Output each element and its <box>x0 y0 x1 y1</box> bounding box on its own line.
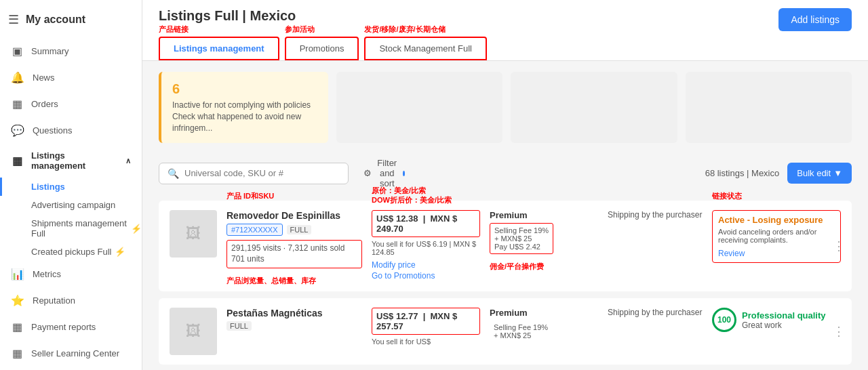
tab-wrapper-listings: 产品链接 Listings management <box>159 37 282 60</box>
sidebar-title: My account <box>26 14 85 26</box>
hamburger-icon[interactable]: ☰ <box>8 12 19 27</box>
listing-badge-2: FULL <box>226 321 252 331</box>
search-icon: 🔍 <box>167 168 179 179</box>
selling-fee-2: Selling Fee 19% <box>494 323 548 331</box>
info-card-4 <box>686 72 852 143</box>
sidebar-item-summary[interactable]: ▣ Summary <box>0 38 142 64</box>
lightning-icon-pickups: ⚡ <box>115 247 125 257</box>
page-title: Listings Full | Mexico <box>159 8 296 24</box>
bulk-edit-chevron: ▼ <box>833 168 842 178</box>
status-review-link-1[interactable]: Review <box>718 249 745 258</box>
warning-subtext: Check what happened to avoid new infring… <box>172 111 317 134</box>
status-label-2: Professional quality <box>742 310 826 321</box>
sidebar-item-orders[interactable]: ▦ Orders <box>0 91 142 117</box>
listing-badge-1: FULL <box>287 225 312 234</box>
sidebar-sub-advertising[interactable]: Advertising campaign <box>0 196 142 214</box>
search-filter-bar: 🔍 ⚙ Filter and sort 68 listings | Mexico… <box>159 154 852 192</box>
listing-info-1: 产品 ID和SKU Removedor De Espinillas #712XX… <box>226 210 362 268</box>
questions-icon: 💬 <box>11 124 24 137</box>
shipping-text-1: Shipping by the purchaser <box>608 210 703 220</box>
listing-image-1: 🖼 <box>170 210 217 258</box>
search-box[interactable]: 🔍 <box>159 163 349 184</box>
listing-visits-1: 291,195 visits · 7,312 units sold <box>231 243 357 253</box>
top-header: Listings Full | Mexico Add listings 产品链接… <box>142 0 868 61</box>
orders-icon: ▦ <box>11 98 23 110</box>
sidebar-sub-shipments[interactable]: Shipments management Full ⚡ <box>0 214 142 243</box>
sidebar-label-summary: Summary <box>31 46 69 56</box>
tab-listings-management[interactable]: Listings management <box>159 37 279 60</box>
sidebar-label-learning: Seller Learning Center <box>31 348 119 358</box>
listing-status-1: 链接状态 Active - Losing exposure Avoid canc… <box>712 210 841 263</box>
plus-mxn-2: + MXN$ 25 <box>494 331 548 340</box>
tab-wrapper-promotions: 参加活动 Promotions <box>285 37 362 60</box>
sidebar-item-questions[interactable]: 💬 Questions <box>0 117 142 144</box>
filter-icon: ⚙ <box>363 168 372 178</box>
pay-us-1: Pay U$S 2.42 <box>494 243 549 251</box>
sidebar-sub-listings[interactable]: Listings <box>0 178 142 196</box>
tab-annotation-2: 参加活动 <box>285 24 315 35</box>
premium-detail-2: Selling Fee 19% + MXN$ 25 <box>490 321 552 342</box>
sidebar-item-metrics[interactable]: 📊 Metrics <box>0 261 142 287</box>
price-you-sell-1: You sell it for US$ 6.19 | MXN $ 124.85 <box>372 240 480 256</box>
tab-promotions[interactable]: Promotions <box>285 37 359 60</box>
annotation-price-dow: DOW折后价：美金/比索 <box>372 195 452 205</box>
annotation-status: 链接状态 <box>712 191 742 201</box>
add-listings-button[interactable]: Add listings <box>778 8 852 31</box>
tabs-area: 产品链接 Listings management 参加活动 Promotions… <box>159 37 852 60</box>
sidebar-item-listings-mgmt[interactable]: ▦ Listings management ∧ <box>0 144 142 178</box>
listing-info-2: Pestañas Magnéticas FULL <box>226 308 362 335</box>
price-usd-1: US$ 12.38 <box>376 213 418 224</box>
annotation-price-original: 原价：美金/比索 <box>372 186 426 196</box>
sidebar-sub-pickups[interactable]: Created pickups Full ⚡ <box>0 243 142 261</box>
tab-stock-management[interactable]: Stock Management Full <box>364 37 487 60</box>
listing-stats-1: 291,195 visits · 7,312 units sold 701 un… <box>226 240 362 268</box>
sidebar-label-payment: Payment reports <box>31 322 96 332</box>
main-content: Listings Full | Mexico Add listings 产品链接… <box>142 0 868 370</box>
status-hint-1: Avoid canceling orders and/or receiving … <box>718 228 835 244</box>
premium-title-1: Premium <box>490 210 598 220</box>
learning-icon: ▦ <box>11 347 23 360</box>
modify-price-link-1[interactable]: Modify price <box>372 260 480 270</box>
listing-card-1: 🖼 产品 ID和SKU Removedor De Espinillas #712… <box>159 201 852 291</box>
payment-icon: ▦ <box>11 321 23 333</box>
listing-title-1: Removedor De Espinillas <box>226 210 362 221</box>
listing-premium-2: Premium Selling Fee 19% + MXN$ 25 <box>490 308 598 342</box>
listing-price-2: US$ 12.77 | MXN $ 257.57 You sell it for… <box>372 308 480 350</box>
listing-id-1: #712XXXXXX <box>226 224 283 236</box>
listing-shipping-1: Shipping by the purchaser <box>608 210 703 220</box>
sidebar-label-orders: Orders <box>31 99 58 109</box>
annotation-product-id: 产品 ID和SKU <box>226 191 274 201</box>
listing-price-1: 原价：美金/比索 DOW折后价：美金/比索 US$ 12.38 | MXN $ … <box>372 210 480 282</box>
metrics-icon: 📊 <box>11 268 24 281</box>
listing-id-row-1: #712XXXXXX FULL <box>226 224 362 236</box>
content-area: 6 Inactive for not complying with polici… <box>142 61 868 370</box>
more-options-2[interactable]: ⋮ <box>833 324 845 339</box>
sidebar-item-reputation[interactable]: ⭐ Reputation <box>0 287 142 314</box>
listing-units-1: 701 units <box>231 254 357 264</box>
info-card-2 <box>336 72 503 143</box>
reputation-icon: ⭐ <box>11 294 24 307</box>
tab-annotation-3: 发货/移除/废弃/长期仓储 <box>364 24 445 35</box>
listing-shipping-2: Shipping by the purchaser <box>608 308 703 317</box>
plus-mxn-1: + MXN$ 25 <box>494 234 549 243</box>
sidebar-label-news: News <box>33 73 55 83</box>
listing-premium-1: Premium Selling Fee 19% + MXN$ 25 Pay U$… <box>490 210 598 254</box>
sidebar-label-reputation: Reputation <box>33 295 75 306</box>
price-main-2: US$ 12.77 | MXN $ 257.57 <box>372 308 480 335</box>
lightning-icon-shipments: ⚡ <box>131 224 142 234</box>
annotation-stats: 产品浏览量、总销量、库存 <box>226 276 316 286</box>
sidebar-label-metrics: Metrics <box>33 269 61 279</box>
filter-label: Filter and sort <box>376 158 399 188</box>
sidebar-item-learning[interactable]: ▦ Seller Learning Center <box>0 340 142 367</box>
info-card-3 <box>511 72 677 143</box>
bulk-edit-button[interactable]: Bulk edit ▼ <box>787 163 852 184</box>
listing-title-2: Pestañas Magnéticas <box>226 308 362 318</box>
warning-text: Inactive for not complying with policies <box>172 100 317 111</box>
more-options-1[interactable]: ⋮ <box>833 239 845 253</box>
search-input[interactable] <box>184 168 340 178</box>
sidebar-item-payment[interactable]: ▦ Payment reports <box>0 314 142 340</box>
sidebar-label-listings: Listings management <box>31 150 117 171</box>
premium-detail-1: Selling Fee 19% + MXN$ 25 Pay U$S 2.42 <box>490 223 553 254</box>
sidebar-item-news[interactable]: 🔔 News <box>0 64 142 91</box>
go-promotions-link-1[interactable]: Go to Promotions <box>372 271 480 281</box>
